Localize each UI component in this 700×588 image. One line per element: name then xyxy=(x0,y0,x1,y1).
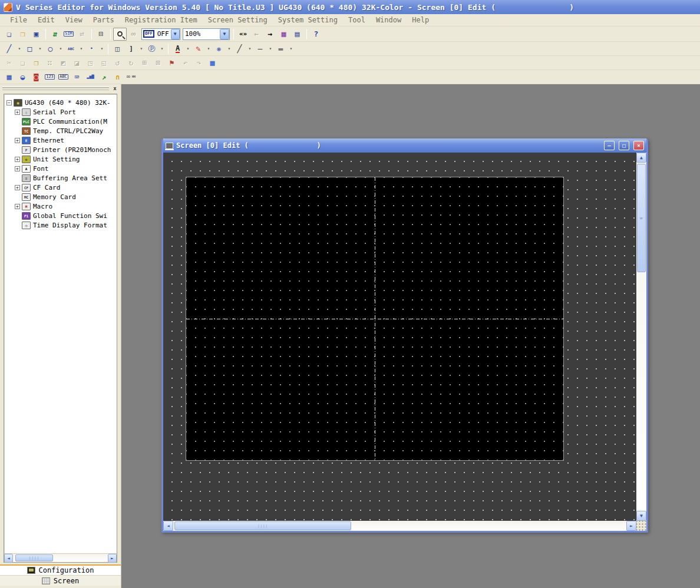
expand-icon[interactable]: + xyxy=(15,138,20,143)
maximize-button[interactable]: □ xyxy=(619,141,629,150)
off-display-combo[interactable]: OFFOFF▼ xyxy=(141,28,180,40)
rotate-right-button[interactable]: ↻ xyxy=(124,57,138,70)
pen-tool-options-icon[interactable]: ▾ xyxy=(205,42,212,55)
upload-button[interactable]: ⇄ xyxy=(75,28,89,41)
bracket-tool-button[interactable]: ] xyxy=(124,42,138,55)
entry-keypad-part-button[interactable]: ⌨ xyxy=(70,71,84,84)
box-tool-button[interactable]: □ xyxy=(23,42,37,55)
lamp-part-button[interactable]: ◒ xyxy=(16,71,29,84)
trend-sampling-part-button[interactable]: ↗ xyxy=(97,71,111,84)
menu-view[interactable]: View xyxy=(60,15,88,25)
zoom-combo-value[interactable]: 100% xyxy=(183,30,220,38)
horizontal-scrollbar[interactable]: ◄ ► xyxy=(163,521,636,531)
copy-button[interactable]: ❏ xyxy=(16,57,29,70)
open-file-button[interactable]: ❒ xyxy=(16,28,29,41)
text-tool-options-icon[interactable]: ▾ xyxy=(78,42,85,55)
menu-parts[interactable]: Parts xyxy=(88,15,120,25)
tree-item-memory-card[interactable]: MCMemory Card xyxy=(6,192,117,201)
paste-button[interactable]: ❐ xyxy=(29,57,43,70)
tree-item-printer-pr201monoch[interactable]: PPrinter (PR201Monoch xyxy=(6,145,117,154)
circle-tool-options-icon[interactable]: ▾ xyxy=(57,42,64,55)
line-width-button[interactable]: ― xyxy=(253,42,267,55)
minimize-button[interactable]: – xyxy=(604,141,615,150)
menu-file[interactable]: File xyxy=(5,15,32,25)
tab-screen[interactable]: Screen xyxy=(0,575,121,586)
help-button[interactable]: ? xyxy=(309,28,323,41)
box-tool-options-icon[interactable]: ▾ xyxy=(37,42,44,55)
vertical-scrollbar[interactable]: ▲ ▼ xyxy=(636,153,646,521)
line-tool-button[interactable]: ╱ xyxy=(2,42,16,55)
expand-icon[interactable]: + xyxy=(15,110,20,115)
tree-item-time-display-format[interactable]: ◷Time Display Format xyxy=(6,220,117,230)
line-attribute-options-icon[interactable]: ▾ xyxy=(246,42,253,55)
text-tool-button[interactable]: ABC xyxy=(64,42,78,55)
horizontal-scroll-track[interactable] xyxy=(173,521,626,531)
chevron-down-icon[interactable]: ▼ xyxy=(171,29,180,39)
expand-icon[interactable]: + xyxy=(15,204,20,209)
horizontal-scroll-thumb[interactable] xyxy=(174,521,351,530)
simulator-button[interactable]: SIM xyxy=(62,28,75,41)
parts-place-options-icon[interactable]: ▾ xyxy=(159,42,166,55)
tree-item-ug430-640-480-32k[interactable]: −▦UG430 (640 * 480) 32K- xyxy=(6,98,117,107)
char-display-part-button[interactable]: ABC xyxy=(57,71,70,84)
switch-part-button[interactable]: ▦ xyxy=(2,71,16,84)
pen-tool-button[interactable]: ✎ xyxy=(191,42,205,55)
paste-position-button[interactable]: ⚑ xyxy=(165,57,179,70)
tree-horizontal-scrollbar[interactable]: ◄ ► xyxy=(4,553,117,562)
save-file-button[interactable]: ▣ xyxy=(29,28,43,41)
panel-grip[interactable]: x xyxy=(0,84,121,93)
date-display-part-button[interactable]: DD MM xyxy=(124,71,138,84)
rotate-left-button[interactable]: ↺ xyxy=(111,57,124,70)
cut-button[interactable]: ✂ xyxy=(2,57,16,70)
tree-item-macro[interactable]: +MMacro xyxy=(6,201,117,211)
screen-edit-titlebar[interactable]: Screen [0] Edit ( ) – □ × xyxy=(163,138,646,153)
line-attribute-button[interactable]: ╱ xyxy=(233,42,246,55)
graph-part-button[interactable]: ▂▅▇ xyxy=(84,71,97,84)
dot-tool-options-icon[interactable]: ▾ xyxy=(98,42,105,55)
tree-item-font[interactable]: +AFont xyxy=(6,164,117,173)
vertical-scroll-track[interactable] xyxy=(636,163,646,511)
off-display-combo-value[interactable]: OFF xyxy=(156,30,171,38)
scroll-up-icon[interactable]: ▲ xyxy=(636,153,646,163)
menu-window[interactable]: Window xyxy=(371,15,407,25)
zoom-tool-button[interactable] xyxy=(113,28,127,41)
align-parts-button[interactable]: ⊠ xyxy=(151,57,165,70)
scroll-left-icon[interactable]: ◄ xyxy=(4,554,13,563)
area-style-options-icon[interactable]: ▾ xyxy=(288,42,295,55)
tree-scroll-thumb[interactable] xyxy=(15,554,53,561)
item-list-button[interactable]: ▤ xyxy=(290,28,304,41)
jump-registration-button[interactable]: «» xyxy=(236,28,250,41)
char-color-button[interactable]: A xyxy=(171,42,184,55)
edit-canvas[interactable] xyxy=(163,153,636,521)
line-width-options-icon[interactable]: ▾ xyxy=(267,42,274,55)
menu-system-setting[interactable]: System Setting xyxy=(273,15,343,25)
menu-tool[interactable]: Tool xyxy=(343,15,371,25)
area-style-button[interactable]: ▬ xyxy=(274,42,288,55)
tree-item-buffering-area-sett[interactable]: ≡Buffering Area Sett xyxy=(6,173,117,183)
tree-item-serial-port[interactable]: +▯Serial Port xyxy=(6,107,117,117)
chevron-down-icon[interactable]: ▼ xyxy=(220,29,229,39)
parts-place-button[interactable]: Ⓟ xyxy=(145,42,159,55)
grid-snap-setting-button[interactable]: ▦ xyxy=(206,57,219,70)
palette-options-icon[interactable]: ▾ xyxy=(226,42,233,55)
screen-area[interactable] xyxy=(186,177,564,461)
menu-edit[interactable]: Edit xyxy=(32,15,60,25)
menu-screen-setting[interactable]: Screen Setting xyxy=(203,15,273,25)
scroll-right-icon[interactable]: ► xyxy=(626,521,636,531)
numeric-display-part-button[interactable]: 123 xyxy=(43,71,57,84)
screen-list-button[interactable]: ▦ xyxy=(277,28,290,41)
zoom-combo[interactable]: 100%▼ xyxy=(183,28,230,40)
char-color-options-icon[interactable]: ▾ xyxy=(184,42,191,55)
scroll-left-icon[interactable]: ◄ xyxy=(163,521,173,531)
vertical-scroll-thumb[interactable] xyxy=(637,164,646,272)
tree-item-temp-ctrl-plc2way[interactable]: TCTemp. CTRL/PLC2Way xyxy=(6,126,117,136)
transfer-button[interactable]: ⇵ xyxy=(48,28,62,41)
palette-button[interactable]: ❋ xyxy=(212,42,226,55)
redo-button[interactable]: ↷ xyxy=(192,57,206,70)
multi-select-button[interactable]: ∷ xyxy=(43,57,57,70)
align-grid-button[interactable]: ⊞ xyxy=(138,57,151,70)
scroll-right-icon[interactable]: ► xyxy=(108,554,117,563)
back-screen-button[interactable]: ← xyxy=(250,28,263,41)
group-button[interactable]: ◳ xyxy=(84,57,97,70)
tree-item-ethernet[interactable]: +EEthernet xyxy=(6,136,117,145)
